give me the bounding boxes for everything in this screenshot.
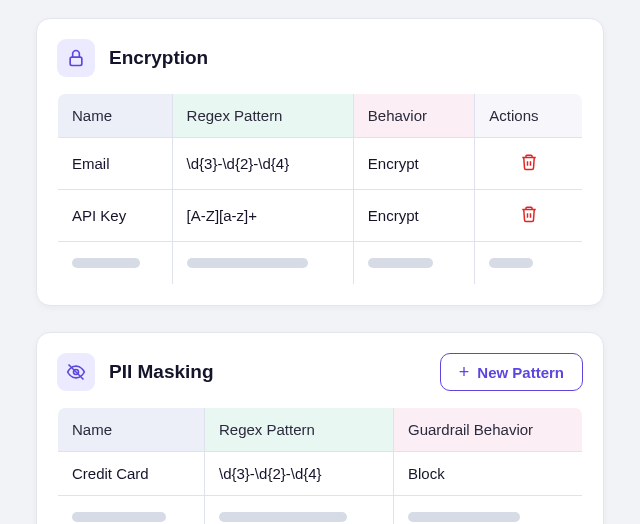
pii-title-wrap: PII Masking xyxy=(57,353,214,391)
encryption-header-row: Name Regex Pattern Behavior Actions xyxy=(58,94,583,138)
col-name: Name xyxy=(58,408,205,452)
cell-behavior: Encrypt xyxy=(353,138,474,190)
pii-table: Name Regex Pattern Guardrail Behavior Cr… xyxy=(57,407,583,524)
skeleton-cell xyxy=(353,242,474,285)
encryption-card: Encryption Name Regex Pattern Behavior A… xyxy=(36,18,604,306)
col-behavior: Guardrail Behavior xyxy=(394,408,583,452)
skeleton-cell xyxy=(475,242,583,285)
delete-button[interactable] xyxy=(518,151,540,176)
trash-icon xyxy=(520,205,538,223)
pii-card: PII Masking + New Pattern Name Regex Pat… xyxy=(36,332,604,524)
pii-header: PII Masking + New Pattern xyxy=(57,353,583,391)
col-actions: Actions xyxy=(475,94,583,138)
skeleton-cell xyxy=(58,242,173,285)
eye-off-icon xyxy=(57,353,95,391)
skeleton-cell xyxy=(394,496,583,525)
cell-actions xyxy=(475,138,583,190)
col-behavior: Behavior xyxy=(353,94,474,138)
new-pattern-button[interactable]: + New Pattern xyxy=(440,353,583,391)
cell-name: Email xyxy=(58,138,173,190)
skeleton-cell xyxy=(172,242,353,285)
col-name: Name xyxy=(58,94,173,138)
cell-name: Credit Card xyxy=(58,452,205,496)
table-row-skeleton xyxy=(58,496,583,525)
delete-button[interactable] xyxy=(518,203,540,228)
encryption-header: Encryption xyxy=(57,39,583,77)
svg-rect-0 xyxy=(70,57,82,65)
table-row: Credit Card \d{3}-\d{2}-\d{4} Block xyxy=(58,452,583,496)
encryption-title-wrap: Encryption xyxy=(57,39,208,77)
cell-regex: \d{3}-\d{2}-\d{4} xyxy=(172,138,353,190)
encryption-table: Name Regex Pattern Behavior Actions Emai… xyxy=(57,93,583,285)
cell-actions xyxy=(475,190,583,242)
table-row: Email \d{3}-\d{2}-\d{4} Encrypt xyxy=(58,138,583,190)
pii-title: PII Masking xyxy=(109,361,214,383)
table-row: API Key [A-Z][a-z]+ Encrypt xyxy=(58,190,583,242)
table-row-skeleton xyxy=(58,242,583,285)
skeleton-cell xyxy=(205,496,394,525)
new-pattern-label: New Pattern xyxy=(477,364,564,381)
cell-behavior: Block xyxy=(394,452,583,496)
cell-regex: [A-Z][a-z]+ xyxy=(172,190,353,242)
cell-behavior: Encrypt xyxy=(353,190,474,242)
skeleton-cell xyxy=(58,496,205,525)
encryption-title: Encryption xyxy=(109,47,208,69)
trash-icon xyxy=(520,153,538,171)
lock-icon xyxy=(57,39,95,77)
plus-icon: + xyxy=(459,363,470,381)
col-regex: Regex Pattern xyxy=(172,94,353,138)
cell-name: API Key xyxy=(58,190,173,242)
col-regex: Regex Pattern xyxy=(205,408,394,452)
cell-regex: \d{3}-\d{2}-\d{4} xyxy=(205,452,394,496)
pii-header-row: Name Regex Pattern Guardrail Behavior xyxy=(58,408,583,452)
